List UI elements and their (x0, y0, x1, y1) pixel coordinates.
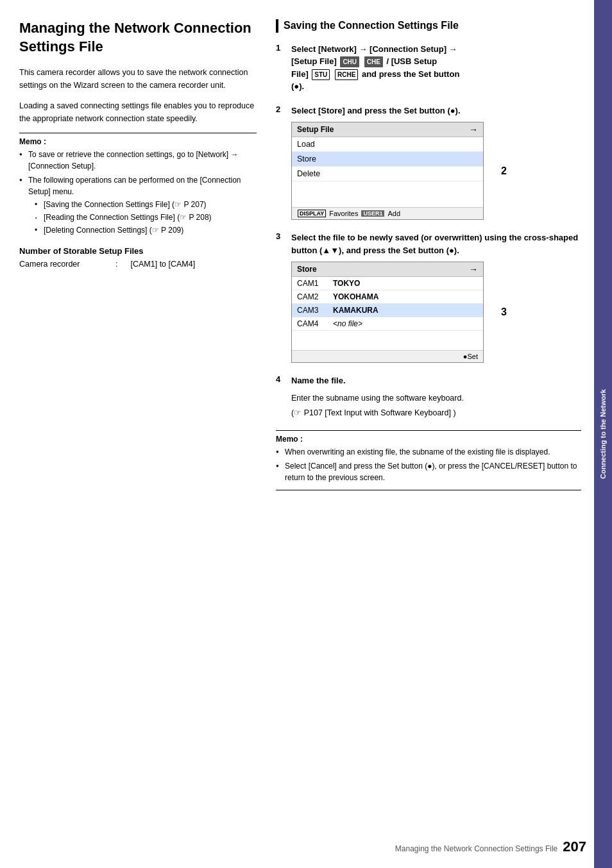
page-container: Managing the Network Connection Settings… (0, 0, 612, 868)
cam-label: CAM1 (297, 279, 323, 288)
step-1-number: 1 (276, 43, 286, 93)
intro-para-2: Loading a saved connecting settings file… (19, 99, 257, 125)
cam-row-1[interactable]: CAM1 TOKYO (292, 277, 483, 290)
list-item: The following operations can be performe… (19, 174, 257, 236)
side-tab-text: Connecting to the Network (599, 389, 607, 479)
storable-value: [CAM1] to [CAM4] (130, 260, 195, 269)
step-3-number: 3 (276, 231, 286, 256)
storable-colon: : (115, 260, 117, 269)
footer-text: Managing the Network Connection Settings… (395, 844, 557, 853)
footer-favorites: Favorites (329, 210, 358, 217)
cam-value-nofile: <no file> (333, 319, 362, 328)
right-memo-section: Memo : When overwriting an existing file… (276, 430, 581, 490)
right-memo-item-1: When overwriting an existing file, the s… (285, 447, 550, 456)
footer-add: Add (387, 210, 400, 217)
screen-row-store[interactable]: Store (292, 152, 483, 167)
step-4-header: 4 Name the file. (276, 374, 581, 387)
badge-che: CHE (364, 56, 383, 67)
storable-heading: Number of Storable Setup Files (19, 246, 257, 256)
list-item: Select [Cancel] and press the Set button… (276, 460, 581, 483)
badge-stu: STU (312, 69, 330, 80)
storable-label: Camera recorder (19, 260, 103, 269)
set-button-row: ●Set (292, 350, 483, 362)
cam-value-tokyo: TOKYO (333, 279, 360, 288)
sub-item-text: [Saving the Connection Settings File] (☞… (44, 200, 207, 209)
step-1-header: 1 Select [Network] → [Connection Setup] … (276, 43, 581, 93)
screen-header-store: Store → (292, 262, 483, 277)
step-2-header: 2 Select [Store] and press the Set butto… (276, 104, 581, 117)
cam-row-3[interactable]: CAM3 KAMAKURA (292, 304, 483, 317)
cam-label: CAM4 (297, 319, 323, 328)
step-3-text: Select the file to be newly saved (or ov… (291, 231, 581, 256)
step-4-number: 4 (276, 374, 286, 387)
screen-row-load[interactable]: Load (292, 137, 483, 152)
screen-empty-space-2 (292, 331, 483, 350)
right-memo-item-2: Select [Cancel] and press the Set button… (285, 462, 577, 482)
store-screen: Store → CAM1 TOKYO CAM2 YOKOHAMA CAM3 (291, 262, 484, 363)
screen-footer: DISPLAY Favorites USER1 Add (292, 207, 483, 219)
list-item: To save or retrieve the connection setti… (19, 149, 257, 172)
screen-header: Setup File → (292, 122, 483, 137)
right-memo-label: Memo : (276, 435, 581, 444)
cam-row-2[interactable]: CAM2 YOKOHAMA (292, 290, 483, 304)
setup-file-screen: Setup File → Load Store Delete DISPLAY F… (291, 122, 484, 220)
left-memo-section: Memo : To save or retrieve the connectio… (19, 133, 257, 236)
page-title: Managing the Network Connection Settings… (19, 19, 257, 56)
screen-arrow: → (469, 124, 478, 135)
screen-row-delete[interactable]: Delete (292, 167, 483, 181)
step-3: 3 Select the file to be newly saved (or … (276, 231, 581, 363)
step-2-annotation: 2 (501, 165, 507, 177)
cam-value-yokohama: YOKOHAMA (333, 292, 378, 301)
list-item: [Saving the Connection Settings File] (☞… (35, 199, 257, 210)
side-tab: Connecting to the Network (594, 0, 612, 868)
memo-item-text: The following operations can be performe… (28, 176, 241, 196)
screen-title-store: Store (297, 265, 317, 274)
setup-file-screen-wrapper: Setup File → Load Store Delete DISPLAY F… (276, 122, 488, 220)
page-footer: Managing the Network Connection Settings… (395, 839, 586, 855)
intro-para-1: This camera recorder allows you to save … (19, 66, 257, 92)
step-4-text: Name the file. (291, 374, 581, 387)
step-3-header: 3 Select the file to be newly saved (or … (276, 231, 581, 256)
screen-empty-space (292, 181, 483, 207)
step-4-subtext-2: (☞ P107 [Text Input with Software Keyboa… (291, 407, 581, 419)
step-3-annotation: 3 (501, 306, 507, 318)
list-item: When overwriting an existing file, the s… (276, 446, 581, 458)
display-badge: DISPLAY (298, 210, 326, 217)
step-1-text: Select [Network] → [Connection Setup] → … (291, 43, 581, 93)
left-memo-label: Memo : (19, 137, 257, 146)
cam-label: CAM3 (297, 306, 323, 315)
storable-table: Camera recorder : [CAM1] to [CAM4] (19, 260, 257, 269)
main-content: Managing the Network Connection Settings… (0, 0, 594, 868)
memo-item-text: To save or retrieve the connection setti… (28, 150, 239, 171)
page-number: 207 (563, 839, 586, 855)
step-4-subtext-1: Enter the subname using the software key… (291, 392, 581, 405)
sub-item-text: [Reading the Connection Settings File] (… (44, 213, 212, 222)
badge-chu: CHU (340, 56, 359, 67)
right-memo-list: When overwriting an existing file, the s… (276, 446, 581, 483)
storable-row: Camera recorder : [CAM1] to [CAM4] (19, 260, 257, 269)
sub-item-text: [Deleting Connection Settings] (☞ P 209) (44, 226, 183, 235)
step-1: 1 Select [Network] → [Connection Setup] … (276, 43, 581, 93)
sub-list: [Saving the Connection Settings File] (☞… (28, 199, 257, 236)
screen-title: Setup File (297, 125, 334, 134)
step-4: 4 Name the file. Enter the subname using… (276, 374, 581, 419)
store-screen-wrapper: Store → CAM1 TOKYO CAM2 YOKOHAMA CAM3 (276, 262, 488, 363)
left-column: Managing the Network Connection Settings… (19, 19, 269, 849)
step-2-number: 2 (276, 104, 286, 117)
list-item: [Deleting Connection Settings] (☞ P 209) (35, 224, 257, 236)
cam-label: CAM2 (297, 292, 323, 301)
user1-badge: USER1 (361, 210, 384, 217)
step-2-text: Select [Store] and press the Set button … (291, 104, 581, 117)
section-title: Saving the Connection Settings File (276, 19, 581, 33)
list-item: [Reading the Connection Settings File] (… (35, 212, 257, 223)
right-column: Saving the Connection Settings File 1 Se… (269, 19, 581, 849)
cam-value-kamakura: KAMAKURA (333, 306, 378, 315)
badge-rche: RCHE (335, 69, 358, 80)
screen-arrow-store: → (469, 264, 478, 274)
step-2: 2 Select [Store] and press the Set butto… (276, 104, 581, 221)
cam-row-4[interactable]: CAM4 <no file> (292, 317, 483, 331)
left-memo-list: To save or retrieve the connection setti… (19, 149, 257, 236)
set-button-label: ●Set (463, 353, 478, 360)
